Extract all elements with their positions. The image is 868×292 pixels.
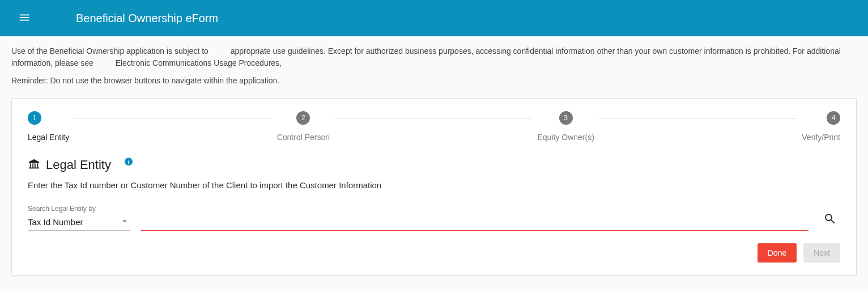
- stepper: 1 Legal Entity 2 Control Person 3 Equity…: [28, 111, 840, 142]
- step-control-person[interactable]: 2 Control Person: [277, 111, 330, 142]
- step-label: Control Person: [277, 133, 330, 142]
- section-title: Legal Entity: [46, 158, 111, 172]
- step-connector: [74, 118, 272, 119]
- section-instruction: Enter the Tax Id number or Customer Numb…: [28, 180, 840, 190]
- search-input[interactable]: [141, 214, 809, 231]
- menu-button[interactable]: [14, 7, 35, 30]
- app-bar: Beneficial Ownership eForm: [0, 0, 868, 36]
- step-connector: [334, 118, 533, 119]
- bank-icon: [28, 158, 40, 172]
- done-button[interactable]: Done: [758, 243, 797, 263]
- step-connector: [599, 118, 797, 119]
- disclaimer-line-2: Reminder: Do not use the browser buttons…: [11, 75, 857, 87]
- step-number: 4: [827, 111, 840, 125]
- app-title: Beneficial Ownership eForm: [76, 12, 218, 25]
- step-number: 2: [296, 111, 310, 125]
- step-label: Equity Owner(s): [537, 133, 594, 142]
- info-icon[interactable]: i: [125, 158, 133, 166]
- search-row: Search Legal Entity by Tax Id Number: [28, 205, 840, 231]
- step-label: Legal Entity: [28, 133, 69, 142]
- disclaimer-block: Use of the Beneficial Ownership applicat…: [0, 36, 868, 98]
- step-number: 1: [28, 111, 41, 125]
- step-equity-owners[interactable]: 3 Equity Owner(s): [537, 111, 594, 142]
- action-row: Done Next: [28, 243, 840, 263]
- next-button[interactable]: Next: [803, 243, 840, 263]
- search-button[interactable]: [820, 209, 840, 231]
- step-number: 3: [559, 111, 573, 125]
- disclaimer-text: Use of the Beneficial Ownership applicat…: [11, 46, 211, 56]
- step-legal-entity[interactable]: 1 Legal Entity: [28, 111, 69, 142]
- search-type-select[interactable]: Tax Id Number: [28, 214, 130, 231]
- search-type-field: Search Legal Entity by Tax Id Number: [28, 205, 130, 231]
- section-heading: Legal Entity i: [28, 158, 840, 172]
- step-label: Verify/Print: [802, 133, 840, 142]
- hamburger-icon: [18, 11, 31, 26]
- chevron-down-icon: [120, 216, 130, 228]
- search-icon: [823, 219, 837, 227]
- step-verify-print[interactable]: 4 Verify/Print: [802, 111, 840, 142]
- search-type-label: Search Legal Entity by: [28, 205, 130, 213]
- search-type-value: Tax Id Number: [28, 217, 120, 227]
- form-card: 1 Legal Entity 2 Control Person 3 Equity…: [11, 98, 857, 276]
- disclaimer-text: Electronic Communications Usage Procedur…: [116, 58, 282, 67]
- disclaimer-line-1: Use of the Beneficial Ownership applicat…: [11, 45, 857, 69]
